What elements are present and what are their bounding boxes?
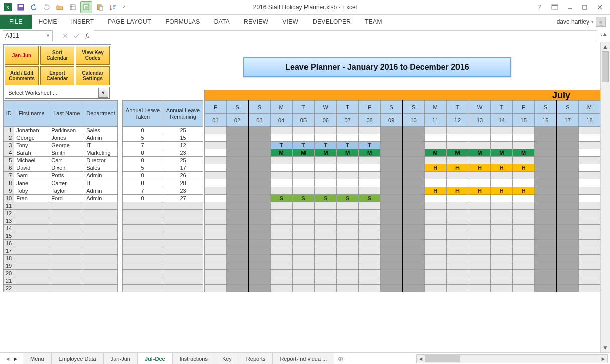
row-header[interactable]: 11 [4, 202, 14, 210]
cell[interactable]: 0 [123, 127, 163, 134]
cal-cell[interactable] [205, 232, 227, 240]
cal-cell[interactable] [270, 232, 292, 240]
cal-cell[interactable] [578, 210, 600, 217]
cal-cell[interactable] [513, 195, 535, 202]
cal-cell[interactable] [491, 179, 513, 187]
formula-input[interactable] [94, 30, 597, 41]
cell[interactable]: 23 [163, 187, 203, 195]
cal-cell[interactable] [424, 225, 446, 232]
cal-cell[interactable] [205, 202, 227, 210]
cell[interactable] [123, 277, 163, 285]
cal-cell[interactable] [535, 179, 557, 187]
scroll-right-icon[interactable]: ► [599, 356, 607, 362]
cal-cell[interactable] [205, 179, 227, 187]
cal-cell[interactable] [469, 217, 491, 225]
cal-cell[interactable] [535, 270, 557, 277]
cal-cell[interactable] [578, 157, 600, 164]
sheet-tab-menu[interactable]: Menu [23, 353, 52, 364]
cal-cell[interactable] [491, 270, 513, 277]
cal-cell[interactable] [491, 285, 513, 292]
cal-cell[interactable] [337, 277, 359, 285]
cal-cell[interactable] [424, 277, 446, 285]
macro-button-calendar-settings[interactable]: CalendarSettings [76, 66, 110, 85]
cal-cell[interactable] [226, 277, 248, 285]
paste-button[interactable] [94, 2, 105, 13]
cal-cell[interactable] [513, 202, 535, 210]
cell[interactable] [123, 217, 163, 225]
cal-cell[interactable] [535, 202, 557, 210]
cal-cell[interactable] [381, 172, 403, 179]
row-header[interactable]: 14 [4, 225, 14, 232]
cal-cell[interactable] [491, 247, 513, 255]
cal-cell[interactable] [248, 179, 270, 187]
row-header[interactable]: 12 [4, 210, 14, 217]
cal-cell[interactable] [535, 277, 557, 285]
cal-cell[interactable] [226, 225, 248, 232]
cal-cell[interactable]: H [424, 187, 446, 195]
open-button[interactable] [54, 2, 65, 13]
cal-cell[interactable] [359, 217, 381, 225]
cell[interactable] [84, 247, 117, 255]
cal-cell[interactable] [381, 247, 403, 255]
cal-cell[interactable]: H [491, 164, 513, 172]
cell[interactable] [49, 285, 84, 292]
cal-cell[interactable] [557, 164, 579, 172]
cal-cell[interactable] [292, 247, 315, 255]
cal-cell[interactable] [446, 232, 469, 240]
cal-cell[interactable] [359, 127, 381, 134]
cal-cell[interactable]: M [513, 149, 535, 157]
cal-cell[interactable] [292, 255, 315, 262]
maximize-button[interactable] [578, 2, 592, 13]
cal-cell[interactable] [226, 285, 248, 292]
cal-cell[interactable] [205, 142, 227, 149]
cell[interactable] [84, 270, 117, 277]
ribbon-tab-view[interactable]: VIEW [275, 15, 306, 29]
ribbon-tab-home[interactable]: HOME [32, 15, 64, 29]
sort-button[interactable] [107, 2, 118, 13]
cell[interactable] [84, 277, 117, 285]
cal-cell[interactable] [381, 217, 403, 225]
cal-cell[interactable] [248, 195, 270, 202]
cal-cell[interactable]: H [513, 164, 535, 172]
cal-cell[interactable] [469, 285, 491, 292]
cal-cell[interactable] [557, 225, 579, 232]
cal-cell[interactable] [535, 157, 557, 164]
cal-cell[interactable] [424, 179, 446, 187]
cal-cell[interactable] [226, 210, 248, 217]
cal-cell[interactable] [315, 179, 337, 187]
cal-cell[interactable] [557, 157, 579, 164]
cal-cell[interactable] [381, 255, 403, 262]
cal-cell[interactable] [535, 262, 557, 270]
cal-cell[interactable] [469, 225, 491, 232]
cell[interactable] [123, 210, 163, 217]
cell[interactable]: George [49, 142, 84, 149]
cal-cell[interactable] [359, 172, 381, 179]
cal-cell[interactable] [315, 285, 337, 292]
cal-cell[interactable]: M [315, 149, 337, 157]
hscroll-thumb[interactable] [425, 355, 460, 362]
row-header[interactable]: 3 [4, 142, 14, 149]
cal-cell[interactable] [270, 164, 292, 172]
cal-cell[interactable] [248, 247, 270, 255]
cell[interactable] [123, 247, 163, 255]
cal-cell[interactable] [469, 142, 491, 149]
cal-cell[interactable]: H [446, 164, 469, 172]
cell[interactable] [84, 225, 117, 232]
cal-cell[interactable]: T [315, 142, 337, 149]
ribbon-tab-insert[interactable]: INSERT [64, 15, 101, 29]
cal-cell[interactable]: H [469, 187, 491, 195]
cal-cell[interactable] [226, 134, 248, 142]
close-button[interactable] [593, 2, 607, 13]
cal-cell[interactable] [446, 277, 469, 285]
cal-cell[interactable] [226, 195, 248, 202]
cal-cell[interactable]: S [292, 195, 315, 202]
cal-cell[interactable] [315, 247, 337, 255]
cal-cell[interactable] [446, 225, 469, 232]
scroll-thumb[interactable] [602, 51, 609, 82]
cal-cell[interactable] [315, 210, 337, 217]
cal-cell[interactable]: M [292, 149, 315, 157]
cal-cell[interactable] [446, 157, 469, 164]
cal-cell[interactable] [513, 210, 535, 217]
cell[interactable] [163, 217, 203, 225]
cal-cell[interactable] [381, 134, 403, 142]
